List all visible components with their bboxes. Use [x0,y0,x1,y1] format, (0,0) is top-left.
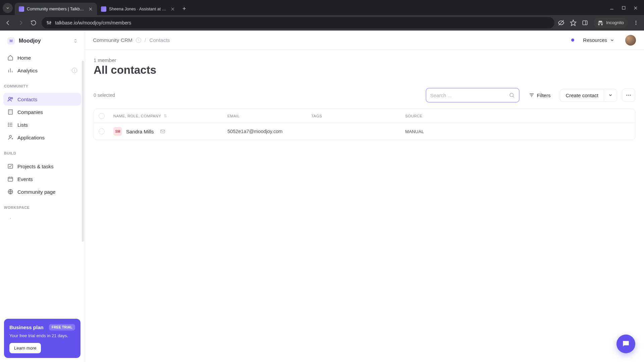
filters-button[interactable]: Filters [524,89,555,102]
select-all-checkbox[interactable] [99,113,105,119]
minimize-icon[interactable] [609,6,614,10]
sidebar-item-integrations[interactable]: Integrations [3,214,81,219]
sort-icon[interactable]: ⇅ [164,114,167,118]
svg-rect-41 [8,177,13,181]
browser-tab-1[interactable]: Sheena Jones · Assistant at Mo [97,3,179,15]
breadcrumb-root[interactable]: Community CRM [93,37,132,43]
svg-point-25 [11,98,13,99]
sidebar-item-analytics[interactable]: Analytics i [3,64,81,77]
svg-point-54 [628,95,629,96]
sidebar-item-contacts[interactable]: Contacts [3,93,81,106]
sidebar-item-lists[interactable]: Lists [3,118,81,131]
column-tags[interactable]: TAGS [311,114,322,118]
svg-point-19 [636,22,637,23]
maximize-icon[interactable] [622,6,626,10]
tab-title: Sheena Jones · Assistant at Mo [109,7,168,11]
search-input[interactable] [430,93,509,98]
promo-title: Business plan [9,324,44,330]
column-source[interactable]: SOURCE [405,114,423,118]
promo-subtitle: Your free trial ends in 21 days. [9,333,75,338]
sidebar-item-community-page[interactable]: Community page [3,185,81,198]
home-icon [7,55,13,61]
learn-more-button[interactable]: Learn more [9,343,41,353]
browser-tab-0[interactable]: Community members | Talkbase [15,3,97,15]
incognito-label: Incognito [606,20,624,25]
new-tab-button[interactable]: + [179,5,190,12]
ellipsis-icon [626,92,632,98]
applications-icon [7,134,13,140]
calendar-icon [7,176,13,182]
resources-menu[interactable]: Resources [583,37,614,43]
incognito-indicator[interactable]: Incognito [593,18,628,28]
column-name[interactable]: NAME, ROLE, COMPANY [113,114,161,118]
filters-label: Filters [537,93,551,98]
chat-widget-button[interactable] [616,335,635,353]
more-actions-button[interactable] [622,88,635,102]
svg-rect-16 [583,21,587,25]
sidebar-item-label: Integrations [17,218,44,219]
search-icon [509,92,515,98]
kebab-menu-icon[interactable] [633,20,639,25]
svg-point-18 [636,21,637,22]
sidebar-scrollbar[interactable] [82,61,84,242]
column-email[interactable]: EMAIL [227,114,240,118]
create-contact-button[interactable]: Create contact [560,89,604,102]
search-field[interactable] [426,88,520,103]
contact-email: 5052e1a7@moodjoy.com [227,129,311,134]
breadcrumb-leaf: Contacts [149,37,170,43]
favicon-icon [101,6,106,12]
checklist-icon [7,163,13,169]
sidebar-item-label: Lists [17,122,28,128]
chat-icon [622,340,630,348]
breadcrumb-separator: / [145,37,146,43]
sidebar-item-projects[interactable]: Projects & tasks [3,160,81,173]
member-count: 1 member [94,57,635,63]
user-avatar[interactable] [625,35,636,46]
contact-avatar: SM [113,127,122,136]
globe-icon [7,189,13,195]
row-checkbox[interactable] [99,128,105,134]
sidebar-item-events[interactable]: Events [3,173,81,185]
bookmark-star-icon[interactable] [570,19,577,26]
workspace-switcher[interactable]: M Moodjoy [0,31,85,49]
incognito-icon [597,20,603,26]
eye-off-icon[interactable] [558,19,565,26]
sidebar-item-label: Community page [17,189,55,195]
sidebar-item-label: Applications [17,135,45,140]
plug-icon [7,218,13,219]
promo-badge: FREE TRIAL [49,324,75,330]
trial-promo-card: Business plan FREE TRIAL Your free trial… [4,319,80,358]
resources-label: Resources [583,37,607,43]
close-icon[interactable] [88,7,93,11]
sidebar-item-home[interactable]: Home [3,51,81,64]
reload-button[interactable] [29,18,38,27]
chevron-down-icon [610,38,614,43]
table-row[interactable]: SM Sandra Mills 5052e1a7@moodjoy.com MAN… [94,123,635,140]
address-bar[interactable]: talkbase.io/w/moodjoy/crm/members [42,17,554,28]
sidebar-group-community: COMMUNITY [0,79,85,91]
page-title: All contacts [94,64,635,76]
sidebar-item-applications[interactable]: Applications [3,131,81,144]
back-button[interactable] [3,18,13,27]
sidepanel-icon[interactable] [582,20,588,26]
forward-button[interactable] [16,18,25,27]
close-icon[interactable] [170,7,175,11]
sidebar-item-label: Events [17,176,33,182]
analytics-icon [7,67,13,73]
site-settings-icon[interactable] [46,20,52,25]
close-window-icon[interactable] [633,6,638,10]
create-contact-dropdown[interactable] [604,89,617,102]
svg-point-11 [47,21,48,22]
sidebar-item-companies[interactable]: Companies [3,106,81,118]
sidebar-item-label: Projects & tasks [17,164,54,169]
info-icon[interactable]: i [136,38,141,43]
tab-search-button[interactable] [3,3,13,13]
svg-point-12 [49,23,50,24]
status-indicator-icon[interactable] [571,39,574,42]
topbar: Community CRM i / Contacts Resources [85,31,644,50]
svg-marker-15 [571,20,576,25]
sidebar: M Moodjoy Home Analytics i COMMUNITY [0,31,85,362]
list-icon [7,122,13,128]
workspace-name: Moodjoy [19,38,69,44]
tab-title: Community members | Talkbase [27,7,86,11]
